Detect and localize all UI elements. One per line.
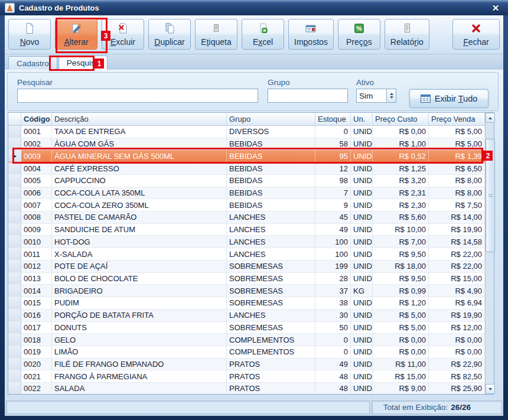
table-row[interactable]: 0021 FRANGO À PARMEGIANA PRATOS 48 UNID … [8,370,485,383]
cell-descricao: SANDUICHE DE ATUM [52,224,227,236]
cell-preco-custo: R$ 9,50 [373,248,429,261]
cell-grupo: SOBREMESAS [227,297,315,310]
row-selector-gutter [8,187,21,200]
cell-grupo: LANCHES [227,211,315,224]
excluir-button-label: Excluir [110,37,135,47]
cell-descricao: HOT-DOG [52,236,227,248]
table-row[interactable]: 0009 SANDUICHE DE ATUM LANCHES 49 UNID R… [8,224,485,236]
fechar-button[interactable]: Fechar [452,19,500,50]
cell-descricao: ÁGUA MINERAL SEM GÁS 500ML [52,150,227,162]
table-row[interactable]: 0010 HOT-DOG LANCHES 100 UNID R$ 7,00 R$… [8,236,485,248]
row-selector-gutter [8,126,21,138]
cell-preco-custo: R$ 7,00 [373,236,429,248]
table-grid-icon [421,95,431,103]
cell-estoque: 37 [315,285,351,297]
cell-codigo: 0020 [21,359,52,371]
toolbar: Novo Alterar Excluir Duplicar Etiqueta [5,15,503,54]
cell-grupo: DIVERSOS [227,126,315,138]
table-row[interactable]: 0013 BOLO DE CHOCOLATE SOBREMESAS 28 UNI… [8,273,485,285]
cell-estoque: 100 [315,248,351,261]
alterar-button[interactable]: Alterar [55,19,97,50]
cell-codigo: 0004 [21,162,52,175]
cell-codigo: 0009 [21,224,52,236]
column-header-grupo[interactable]: Grupo [227,113,315,125]
table-row[interactable]: 0004 CAFÉ EXPRESSO BEBIDAS 12 UNID R$ 1,… [8,162,485,175]
scroll-up-button[interactable] [486,113,495,123]
tab-cadastro[interactable]: Cadastro [8,56,57,70]
column-header-preco-venda[interactable]: Preço Venda [429,113,485,125]
table-row[interactable]: 0002 ÁGUA COM GÁS BEBIDAS 58 UNID R$ 1,0… [8,138,485,151]
cell-codigo: 0015 [21,297,52,310]
cell-preco-venda: R$ 15,00 [429,273,485,285]
ativo-spinner[interactable] [386,89,396,103]
cell-estoque: 7 [315,187,351,200]
table-row[interactable]: 0005 CAPPUCCINO BEBIDAS 98 UNID R$ 3,20 … [8,175,485,187]
relatorio-button[interactable]: Relatório [385,19,429,50]
excluir-button[interactable]: Excluir [102,19,144,50]
column-header-preco-custo[interactable]: Preço Custo [373,113,429,125]
cell-preco-venda: R$ 5,00 [429,138,485,151]
table-row[interactable]: 0008 PASTEL DE CAMARÃO LANCHES 45 UNID R… [8,211,485,224]
etiqueta-button[interactable]: Etiqueta [195,19,237,50]
cell-preco-custo: R$ 5,00 [373,310,429,322]
table-row[interactable]: 0016 PORÇÃO DE BATATA FRITA LANCHES 30 U… [8,310,485,322]
cell-estoque: 30 [315,310,351,322]
table-row[interactable]: 0011 X-SALADA LANCHES 100 UNID R$ 9,50 R… [8,248,485,261]
cell-preco-venda: R$ 12,00 [429,322,485,334]
table-row[interactable]: 0001 TAXA DE ENTREGA DIVERSOS 0 UNID R$ … [8,126,485,138]
scroll-down-button[interactable] [486,384,495,394]
duplicar-button[interactable]: Duplicar [148,19,191,50]
vertical-scrollbar[interactable] [485,113,494,394]
column-header-codigo[interactable]: Código [21,113,52,125]
table-row[interactable]: ▶ 0003 ÁGUA MINERAL SEM GÁS 500ML BEBIDA… [8,150,485,162]
row-selector-gutter [8,370,21,383]
column-header-un[interactable]: Un. [351,113,373,125]
scrollbar-thumb[interactable] [486,139,495,252]
table-row[interactable]: 0017 DONUTS SOBREMESAS 50 UNID R$ 5,00 R… [8,322,485,334]
column-header-descricao[interactable]: Descrição [52,113,227,125]
table-row[interactable]: 0014 BRIGADEIRO SOBREMESAS 37 KG R$ 0,99… [8,285,485,297]
cell-descricao: COCA-COLA LATA 350ML [52,187,227,200]
cell-un: KG [351,285,373,297]
cell-un: UNID [351,162,373,175]
cell-un: UNID [351,199,373,211]
cell-preco-venda: R$ 0,00 [429,334,485,346]
table-row[interactable]: 0012 POTE DE AÇAÍ SOBREMESAS 199 UNID R$… [8,261,485,273]
exibir-tudo-button[interactable]: Exibir Tudo [409,89,489,108]
table-row[interactable]: 0019 LIMÃO COMPLEMENTOS 0 UNID R$ 0,00 R… [8,346,485,359]
cell-estoque: 58 [315,138,351,151]
row-selector-gutter [8,248,21,261]
ativo-input[interactable] [356,89,386,103]
ativo-spin-combo [356,89,396,103]
table-row[interactable]: 0007 COCA-COLA ZERO 350ML BEBIDAS 9 UNID… [8,199,485,211]
duplicar-button-label: Duplicar [154,37,184,47]
grupo-input[interactable] [268,89,348,103]
cell-preco-custo: R$ 11,00 [373,359,429,371]
close-icon[interactable]: ✕ [488,3,503,14]
row-selector-gutter [8,199,21,211]
cell-codigo: 0005 [21,175,52,187]
cell-preco-venda: R$ 7,50 [429,199,485,211]
row-selector-gutter [8,175,21,187]
ativo-label: Ativo [356,78,374,87]
impostos-button[interactable]: Impostos [288,19,334,50]
table-row[interactable]: 0015 PUDIM SOBREMESAS 38 UNID R$ 1,20 R$… [8,297,485,310]
column-header-estoque[interactable]: Estoque [315,113,351,125]
novo-button[interactable]: Novo [8,19,51,50]
cell-preco-custo: R$ 9,50 [373,273,429,285]
cell-un: UNID [351,383,373,394]
table-row[interactable]: 0022 SALADA PRATOS 48 UNID R$ 9,00 R$ 25… [8,383,485,394]
table-row[interactable]: 0020 FILÉ DE FRANGO EMPANADO PRATOS 49 U… [8,359,485,371]
table-row[interactable]: 0006 COCA-COLA LATA 350ML BEBIDAS 7 UNID… [8,187,485,200]
tab-pesquisa[interactable]: Pesquisa [58,56,108,70]
precos-button[interactable]: % Preços [338,19,380,50]
cell-preco-custo: R$ 0,99 [373,285,429,297]
cell-preco-venda: R$ 1,39 [429,150,485,162]
cell-estoque: 49 [315,224,351,236]
cell-codigo: 0013 [21,273,52,285]
excel-button[interactable]: Excel [242,19,284,50]
alterar-button-label: Alterar [64,37,88,47]
row-selector-gutter [8,211,21,224]
pesquisar-input[interactable] [17,89,258,103]
table-row[interactable]: 0018 GELO COMPLEMENTOS 0 UNID R$ 0,00 R$… [8,334,485,346]
